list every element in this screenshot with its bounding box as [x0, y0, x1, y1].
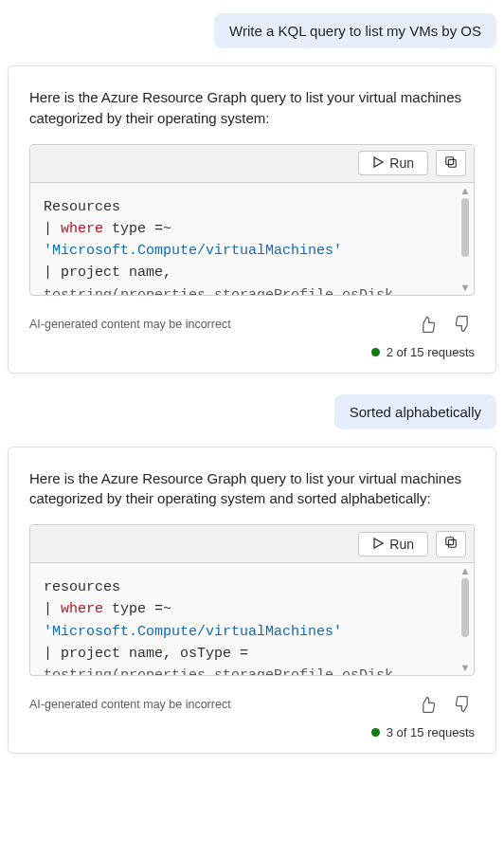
request-counter: 3 of 15 requests: [29, 725, 475, 739]
thumbs-down-button[interactable]: [452, 693, 475, 716]
run-button-label: Run: [389, 155, 414, 171]
scroll-thumb[interactable]: [461, 578, 469, 637]
svg-rect-3: [446, 538, 454, 545]
thumbs-up-button[interactable]: [416, 693, 439, 716]
response-footer: AI-generated content may be incorrect: [29, 313, 475, 336]
code-content: Resources | where type =~ 'Microsoft.Com…: [30, 183, 457, 295]
feedback-buttons: [416, 313, 475, 336]
assistant-intro-text: Here is the Azure Resource Graph query t…: [29, 87, 475, 129]
assistant-intro-text: Here is the Azure Resource Graph query t…: [29, 468, 475, 510]
thumbs-down-button[interactable]: [452, 313, 475, 336]
request-counter-text: 3 of 15 requests: [387, 725, 475, 739]
scroll-down-icon: ▼: [460, 282, 471, 293]
status-dot-icon: [371, 728, 380, 737]
svg-rect-0: [448, 159, 456, 167]
scroll-up-icon: ▲: [460, 565, 471, 576]
request-counter-text: 2 of 15 requests: [387, 345, 475, 359]
feedback-buttons: [416, 693, 475, 716]
scroll-down-icon: ▼: [460, 662, 471, 673]
run-button[interactable]: Run: [358, 532, 428, 557]
run-button[interactable]: Run: [358, 151, 428, 175]
code-toolbar: Run: [30, 525, 474, 563]
assistant-response-card: Here is the Azure Resource Graph query t…: [8, 65, 496, 374]
run-button-label: Run: [389, 537, 414, 552]
scrollbar[interactable]: ▲ ▼: [457, 563, 474, 675]
copy-button[interactable]: [436, 150, 466, 176]
user-message: Write a KQL query to list my VMs by OS: [214, 13, 496, 48]
status-dot-icon: [371, 348, 380, 356]
ai-disclaimer: AI-generated content may be incorrect: [29, 698, 231, 711]
play-icon: [372, 155, 384, 171]
copy-button[interactable]: [436, 531, 466, 557]
code-content: resources | where type =~ 'Microsoft.Com…: [30, 563, 457, 675]
thumbs-up-button[interactable]: [416, 313, 439, 336]
scroll-up-icon: ▲: [460, 185, 471, 196]
svg-rect-1: [446, 156, 454, 164]
assistant-response-card: Here is the Azure Resource Graph query t…: [8, 447, 496, 755]
play-icon: [372, 537, 384, 552]
code-toolbar: Run: [30, 145, 474, 183]
code-block: Run Resources | where type =~ 'Microsoft…: [29, 144, 475, 296]
user-message: Sorted alphabetically: [334, 394, 496, 429]
response-footer: AI-generated content may be incorrect: [29, 693, 475, 716]
svg-rect-2: [448, 539, 456, 547]
scrollbar[interactable]: ▲ ▼: [457, 183, 474, 295]
copy-icon: [444, 536, 458, 552]
code-block: Run resources | where type =~ 'Microsoft…: [29, 524, 475, 676]
ai-disclaimer: AI-generated content may be incorrect: [29, 318, 231, 331]
scroll-thumb[interactable]: [461, 198, 469, 257]
copy-icon: [444, 155, 458, 172]
request-counter: 2 of 15 requests: [29, 345, 475, 359]
